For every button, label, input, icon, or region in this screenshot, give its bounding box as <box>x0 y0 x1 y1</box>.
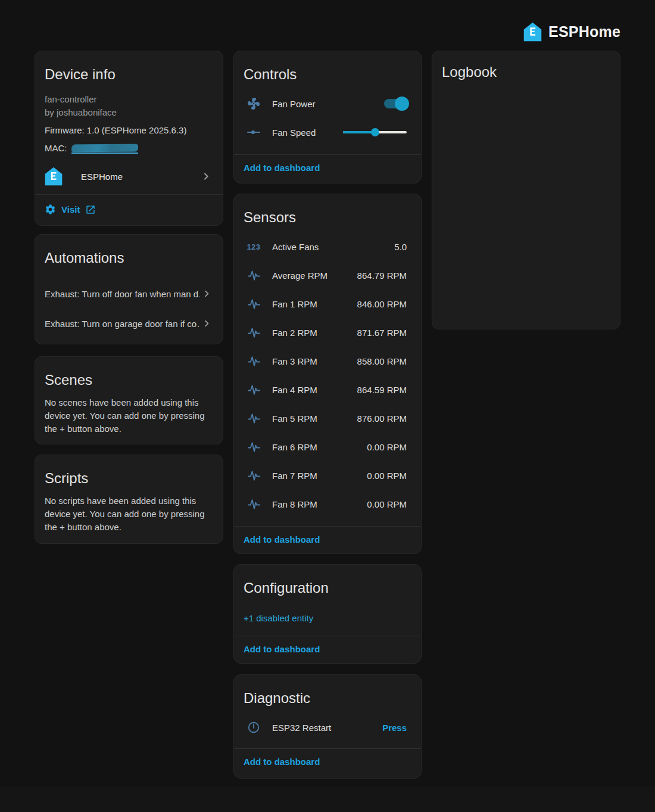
chevron-right-icon <box>199 169 213 183</box>
mac-label: MAC: <box>45 142 67 155</box>
integration-row-esphome[interactable]: ESPHome <box>35 160 223 194</box>
middle-column: Controls Fan Power Fan Speed Add to das <box>233 51 422 779</box>
controls-title: Controls <box>234 51 421 83</box>
sensor-row-fan2-rpm[interactable]: Fan 2 RPM 871.67 RPM <box>234 318 421 347</box>
open-in-new-icon <box>85 204 96 215</box>
brand-title: ESPHome <box>548 23 620 41</box>
sensor-row-fan5-rpm[interactable]: Fan 5 RPM 876.00 RPM <box>234 404 421 433</box>
scripts-title: Scripts <box>35 455 223 487</box>
mac-line: MAC: <box>45 142 213 155</box>
numeric-123-icon: 123 <box>246 242 261 251</box>
slider-icon <box>246 125 261 139</box>
device-name: fan-controller <box>45 93 213 106</box>
scripts-card: Scripts No scripts have been added using… <box>35 455 223 544</box>
device-info-title: Device info <box>35 51 223 83</box>
sensor-row-fan3-rpm[interactable]: Fan 3 RPM 858.00 RPM <box>234 347 421 375</box>
sensor-row-fan1-rpm[interactable]: Fan 1 RPM 846.00 RPM <box>234 290 421 318</box>
diagnostic-footer: Add to dashboard <box>234 748 421 777</box>
restart-icon <box>246 721 261 734</box>
sensor-row-fan7-rpm[interactable]: Fan 7 RPM 0.00 RPM <box>234 461 421 490</box>
esphome-logo-icon <box>523 22 542 42</box>
fan-power-row[interactable]: Fan Power <box>234 89 421 118</box>
integration-label: ESPHome <box>81 172 199 182</box>
right-column: Logbook <box>432 51 620 329</box>
device-info-body: fan-controller by joshuaboniface Firmwar… <box>35 93 223 155</box>
slider-thumb[interactable] <box>371 128 379 136</box>
automation-row[interactable]: Exhaust: Turn off door fan when man d… <box>35 285 223 303</box>
esp32-restart-label: ESP32 Restart <box>272 723 382 733</box>
esphome-integration-icon <box>45 167 63 186</box>
visit-device-link[interactable]: Visit <box>35 195 223 225</box>
fan-speed-row[interactable]: Fan Speed <box>234 118 421 147</box>
pulse-icon <box>246 354 261 368</box>
sensor-row-average-rpm[interactable]: Average RPM 864.79 RPM <box>234 261 421 290</box>
firmware-info: Firmware: 1.0 (ESPHome 2025.6.3) <box>45 124 213 137</box>
controls-card: Controls Fan Power Fan Speed Add to das <box>233 51 422 183</box>
esp32-restart-row[interactable]: ESP32 Restart Press <box>234 713 421 742</box>
automation-label: Exhaust: Turn off door fan when man d… <box>45 289 200 299</box>
sensor-row-fan4-rpm[interactable]: Fan 4 RPM 864.59 RPM <box>234 375 421 404</box>
scripts-empty-text: No scripts have been added using this de… <box>35 487 223 534</box>
automations-title: Automations <box>35 235 223 267</box>
sensors-footer: Add to dashboard <box>234 526 421 554</box>
automations-card: Automations Exhaust: Turn off door fan w… <box>35 234 223 344</box>
gear-icon <box>45 204 56 215</box>
diagnostic-title: Diagnostic <box>234 675 421 707</box>
bottom-strip <box>0 786 655 812</box>
pulse-icon <box>246 440 261 454</box>
add-to-dashboard-link[interactable]: Add to dashboard <box>244 534 320 545</box>
pulse-icon <box>246 383 261 397</box>
sensor-row-fan8-rpm[interactable]: Fan 8 RPM 0.00 RPM <box>234 490 421 518</box>
mac-redaction <box>71 144 138 154</box>
automation-label: Exhaust: Turn on garage door fan if co… <box>45 319 200 329</box>
logbook-card: Logbook <box>432 51 620 329</box>
add-to-dashboard-link[interactable]: Add to dashboard <box>244 644 320 654</box>
scenes-title: Scenes <box>35 357 223 389</box>
fan-power-toggle[interactable] <box>384 99 407 108</box>
pulse-icon <box>246 497 261 511</box>
left-column: Device info fan-controller by joshuaboni… <box>35 51 223 544</box>
add-to-dashboard-link[interactable]: Add to dashboard <box>244 163 320 173</box>
disabled-entities-link[interactable]: +1 disabled entity <box>234 597 421 636</box>
fan-power-label: Fan Power <box>272 99 384 109</box>
pulse-icon <box>246 326 261 340</box>
configuration-footer: Add to dashboard <box>234 636 421 664</box>
scenes-empty-text: No scenes have been added using this dev… <box>35 389 223 435</box>
pulse-icon <box>246 269 261 282</box>
visit-label: Visit <box>61 204 80 214</box>
logbook-title: Logbook <box>432 51 620 81</box>
controls-footer: Add to dashboard <box>234 154 421 183</box>
fan-icon <box>246 97 261 111</box>
press-button[interactable]: Press <box>382 723 407 733</box>
configuration-card: Configuration +1 disabled entity Add to … <box>233 564 422 664</box>
pulse-icon <box>246 297 261 311</box>
sensors-card: Sensors 123 Active Fans 5.0 Average RPM … <box>233 194 422 554</box>
sensor-row-fan6-rpm[interactable]: Fan 6 RPM 0.00 RPM <box>234 433 421 461</box>
sensors-title: Sensors <box>234 194 421 226</box>
chevron-right-icon <box>200 317 213 330</box>
device-info-card: Device info fan-controller by joshuaboni… <box>35 51 223 226</box>
add-to-dashboard-link[interactable]: Add to dashboard <box>244 757 320 767</box>
configuration-title: Configuration <box>234 565 421 597</box>
sensor-row-active-fans[interactable]: 123 Active Fans 5.0 <box>234 232 421 261</box>
device-owner: by joshuaboniface <box>45 106 213 119</box>
diagnostic-card: Diagnostic ESP32 Restart Press Add to da… <box>233 674 422 779</box>
fan-speed-slider[interactable] <box>343 127 407 137</box>
scenes-card: Scenes No scenes have been added using t… <box>35 356 223 444</box>
esphome-brand: ESPHome <box>523 22 620 42</box>
automation-row[interactable]: Exhaust: Turn on garage door fan if co… <box>35 315 223 332</box>
pulse-icon <box>246 412 261 425</box>
chevron-right-icon <box>200 287 213 300</box>
pulse-icon <box>246 469 261 483</box>
fan-speed-label: Fan Speed <box>272 127 343 138</box>
